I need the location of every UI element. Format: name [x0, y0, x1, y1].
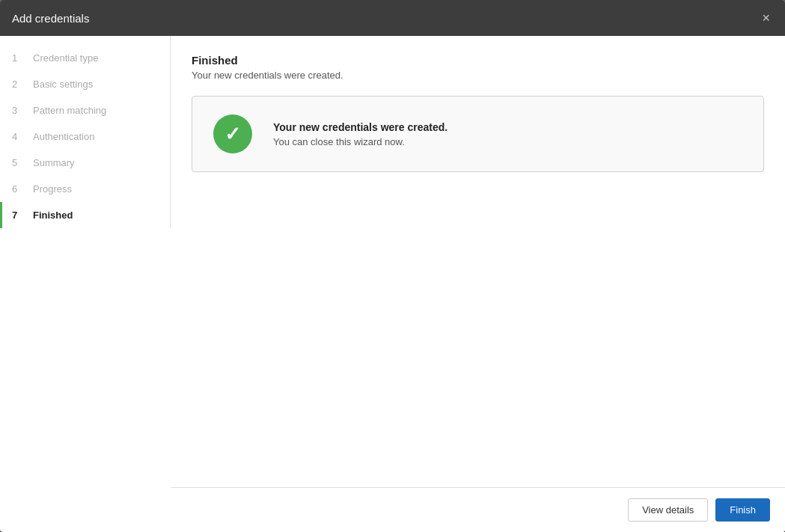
close-button[interactable]: × [759, 8, 773, 28]
page-subheading: Your new credentials were created. [192, 70, 764, 81]
sidebar-item-summary[interactable]: 5 Summary [0, 150, 170, 176]
step-num-7: 7 [12, 210, 27, 221]
step-num-4: 4 [12, 131, 27, 142]
view-details-button[interactable]: View details [628, 498, 708, 522]
sidebar-item-label-4: Authentication [33, 131, 94, 142]
step-num-6: 6 [12, 183, 27, 195]
success-card-title: Your new credentials were created. [273, 121, 448, 133]
sidebar-item-finished[interactable]: 7 Finished [0, 202, 170, 228]
sidebar-wrapper: 1 Credential type 2 Basic settings 3 Pat… [0, 36, 171, 532]
add-credentials-dialog: Add credentials × 1 Credential type 2 Ba… [0, 0, 785, 532]
step-num-5: 5 [12, 157, 27, 168]
checkmark-icon: ✓ [224, 124, 241, 144]
success-text: Your new credentials were created. You c… [273, 121, 448, 147]
dialog-title: Add credentials [12, 12, 89, 25]
sidebar-item-pattern-matching[interactable]: 3 Pattern matching [0, 97, 170, 123]
sidebar-item-label-1: Credential type [33, 52, 98, 64]
success-icon-wrap: ✓ [210, 111, 255, 156]
sidebar-item-label-2: Basic settings [33, 79, 93, 90]
page-heading: Finished [192, 54, 764, 67]
sidebar-item-authentication[interactable]: 4 Authentication [0, 123, 170, 150]
step-num-1: 1 [12, 52, 27, 64]
sidebar-item-basic-settings[interactable]: 2 Basic settings [0, 71, 170, 97]
success-circle: ✓ [213, 114, 252, 153]
sidebar-item-progress[interactable]: 6 Progress [0, 176, 170, 202]
finish-button[interactable]: Finish [715, 498, 770, 522]
step-num-3: 3 [12, 105, 27, 116]
dialog-footer: View details Finish [171, 487, 785, 532]
sidebar-item-label-3: Pattern matching [33, 105, 106, 116]
sidebar-item-label-6: Progress [33, 183, 72, 195]
sidebar: 1 Credential type 2 Basic settings 3 Pat… [0, 36, 171, 228]
success-card: ✓ Your new credentials were created. You… [192, 96, 764, 172]
sidebar-item-label-7: Finished [33, 210, 73, 221]
success-card-subtitle: You can close this wizard now. [273, 136, 448, 147]
step-num-2: 2 [12, 79, 27, 90]
sidebar-item-label-5: Summary [33, 157, 75, 168]
dialog-header: Add credentials × [0, 0, 785, 36]
main-body: Finished Your new credentials were creat… [171, 36, 785, 487]
dialog-body: 1 Credential type 2 Basic settings 3 Pat… [0, 36, 785, 532]
main-content: Finished Your new credentials were creat… [171, 36, 785, 532]
sidebar-item-credential-type[interactable]: 1 Credential type [0, 45, 170, 71]
